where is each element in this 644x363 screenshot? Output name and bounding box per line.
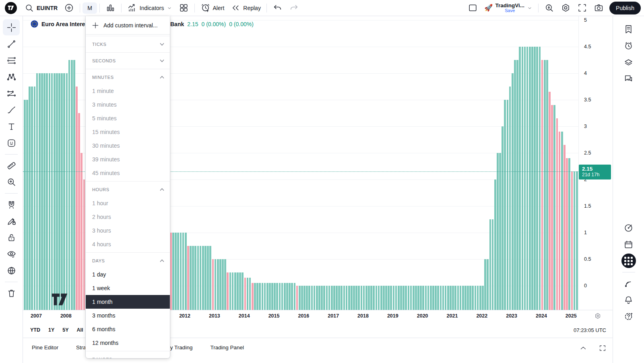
compare-add-symbol-button[interactable]	[61, 1, 77, 14]
remove-drawings-button[interactable]	[3, 285, 20, 301]
interval-section-ticks[interactable]: TICKS	[86, 37, 170, 51]
calendar-button[interactable]	[620, 236, 637, 252]
screener-target-button[interactable]	[620, 220, 637, 236]
bar	[460, 286, 462, 310]
range-all-button[interactable]: All	[77, 327, 83, 333]
bar	[262, 283, 264, 310]
chat-button[interactable]	[620, 70, 637, 87]
interval-option-5-minutes[interactable]: 5 minutes	[86, 111, 170, 125]
drawing-mode-lock-button[interactable]	[3, 213, 20, 229]
bar	[462, 286, 464, 310]
interval-button[interactable]: M	[83, 2, 97, 14]
drawing-mode-lock-icon	[6, 216, 17, 226]
maximize-panel-icon[interactable]	[598, 344, 607, 353]
tab-pine-editor[interactable]: Pine Editor	[32, 344, 58, 351]
layout-grid-button[interactable]	[175, 1, 192, 14]
feed-signal-button[interactable]	[620, 275, 637, 291]
xabcd-pattern-button[interactable]	[3, 69, 20, 85]
undo-button[interactable]	[269, 1, 286, 14]
watchlist-button[interactable]	[620, 21, 637, 37]
interval-option-3-minutes[interactable]: 3 minutes	[86, 98, 170, 111]
interval-option-39-minutes[interactable]: 39 minutes	[86, 153, 170, 166]
zoom-in-icon	[6, 177, 17, 187]
symbol-search-button[interactable]: EUINTR	[21, 1, 61, 14]
time-axis-settings-button[interactable]	[594, 312, 602, 320]
fullscreen-icon	[577, 3, 587, 13]
interval-section-minutes[interactable]: MINUTES	[86, 70, 170, 84]
globe-button[interactable]	[3, 262, 20, 278]
interval-option-2-hours[interactable]: 2 hours	[86, 210, 170, 224]
zoom-in-button[interactable]	[3, 174, 20, 190]
interval-option-15-minutes[interactable]: 15 minutes	[86, 125, 170, 139]
interval-option-1-week[interactable]: 1 week	[86, 281, 170, 295]
manage-panes-button[interactable]	[464, 1, 481, 14]
interval-option-1-month[interactable]: 1 month	[86, 295, 170, 309]
bar	[504, 100, 506, 310]
left-drawing-toolbar	[0, 16, 23, 363]
apps-grid-button[interactable]	[620, 253, 637, 269]
bar	[497, 153, 499, 310]
interval-option-6-months[interactable]: 6 months	[86, 322, 170, 336]
bar	[477, 286, 479, 310]
tab-trading-panel[interactable]: Trading Panel	[210, 344, 244, 351]
alert-button[interactable]: Alert	[197, 1, 228, 14]
bar	[524, 47, 526, 310]
account-menu-button[interactable]: 🚀 TradingVi... Save	[481, 1, 536, 15]
fullscreen-button[interactable]	[574, 1, 590, 14]
projection-button[interactable]	[3, 85, 20, 101]
fib-retracement-button[interactable]	[3, 52, 20, 68]
brush-button[interactable]	[3, 102, 20, 118]
interval-option-3-hours[interactable]: 3 hours	[86, 224, 170, 237]
notifications-bell-button[interactable]	[620, 292, 637, 308]
alerts-clock-button[interactable]	[620, 37, 637, 54]
snapshot-button[interactable]	[590, 1, 607, 14]
interval-section-seconds[interactable]: SECONDS	[86, 54, 170, 68]
bar	[519, 47, 521, 310]
interval-option-45-minutes[interactable]: 45 minutes	[86, 166, 170, 180]
trend-line-button[interactable]	[3, 36, 20, 52]
interval-option-1-hour[interactable]: 1 hour	[86, 196, 170, 210]
interval-option-3-months[interactable]: 3 months	[86, 309, 170, 322]
replay-button[interactable]: Replay	[227, 1, 264, 14]
settings-button[interactable]	[557, 1, 574, 14]
layers-button[interactable]	[620, 54, 637, 70]
magnet-button[interactable]	[3, 196, 20, 212]
interval-section-hours[interactable]: HOURS	[86, 183, 170, 196]
interval-option-4-hours[interactable]: 4 hours	[86, 237, 170, 251]
expand-panel-chevron-icon[interactable]	[579, 344, 588, 353]
add-custom-interval-button[interactable]: Add custom interval...	[86, 16, 170, 35]
publish-button[interactable]: Publish	[609, 2, 641, 14]
time-axis-year-label: 2007	[31, 313, 42, 319]
range-1y-button[interactable]: 1Y	[48, 327, 54, 333]
bar	[507, 100, 509, 310]
server-clock[interactable]: 07:23:05 UTC	[574, 327, 606, 333]
time-axis-year-label: 2021	[447, 313, 458, 319]
help-button[interactable]	[620, 308, 637, 324]
bar	[376, 286, 378, 310]
ruler-button[interactable]	[3, 157, 20, 173]
interval-option-1-day[interactable]: 1 day	[86, 268, 170, 281]
price-axis[interactable]: 54.543.532.521.510.50	[578, 16, 613, 310]
range-ytd-button[interactable]: YTD	[30, 327, 40, 333]
chart-type-button[interactable]	[102, 1, 119, 14]
crosshair-icon	[6, 23, 17, 33]
tradingview-logo-icon[interactable]	[5, 2, 17, 14]
text-button[interactable]	[3, 118, 20, 134]
hide-drawings-button[interactable]	[3, 246, 20, 262]
interval-option-30-minutes[interactable]: 30 minutes	[86, 139, 170, 153]
range-5y-button[interactable]: 5Y	[62, 327, 68, 333]
emoji-button[interactable]	[3, 135, 20, 151]
fib-retracement-icon	[6, 56, 17, 66]
interval-section-ranges[interactable]: RANGES	[86, 353, 170, 358]
interval-section-days[interactable]: DAYS	[86, 254, 170, 268]
lock-all-button[interactable]	[3, 229, 20, 245]
price-change-percent: 0 (0.00%)	[229, 21, 254, 27]
interval-option-12-months[interactable]: 12 months	[86, 336, 170, 350]
interval-option-1-minute[interactable]: 1 minute	[86, 84, 170, 98]
quick-search-button[interactable]	[541, 1, 557, 14]
save-label[interactable]: Save	[505, 8, 515, 13]
crosshair-button[interactable]	[3, 19, 20, 35]
bar	[289, 283, 291, 310]
indicators-button[interactable]: Indicators	[124, 1, 175, 14]
redo-button[interactable]	[286, 1, 302, 14]
